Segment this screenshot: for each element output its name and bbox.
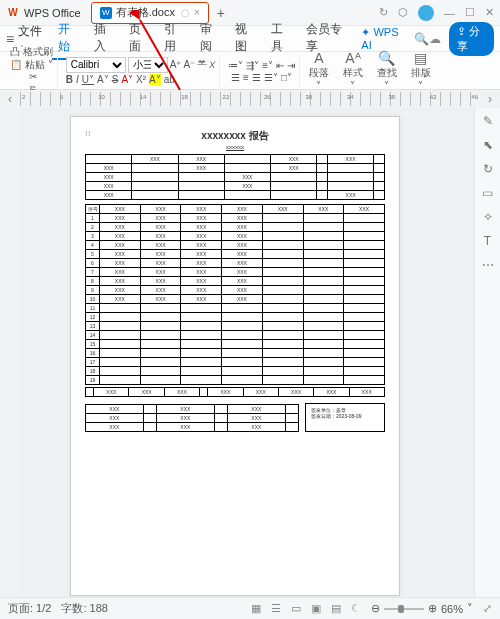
align-left-icon[interactable]: ☰ bbox=[231, 72, 240, 83]
shading-icon[interactable]: □˅ bbox=[281, 72, 292, 83]
paragraph-button[interactable]: A段落˅ bbox=[304, 50, 334, 91]
dots-icon[interactable]: ⋯ bbox=[482, 258, 494, 272]
zoom-value[interactable]: 66% bbox=[441, 603, 463, 615]
indent-icon[interactable]: ⇥ bbox=[287, 60, 295, 71]
view-web-icon[interactable]: ☰ bbox=[271, 602, 281, 615]
ruler-nav-prev[interactable]: ‹ bbox=[0, 92, 20, 106]
find-button[interactable]: 🔍查找˅ bbox=[372, 50, 402, 91]
expand-icon[interactable]: ⤢ bbox=[483, 602, 492, 615]
view-read-icon[interactable]: ▭ bbox=[291, 602, 301, 615]
format-brush-button[interactable]: 凸 格式刷 bbox=[10, 46, 53, 58]
align-icon[interactable]: ≡˅ bbox=[262, 60, 273, 71]
canvas[interactable]: ⁞⁞ xxxxxxxx 报告 xxxxxx XXXXXXXXXXXXXXXXXX… bbox=[20, 108, 474, 597]
search-icon[interactable]: 🔍 bbox=[414, 32, 429, 46]
pencil-icon[interactable]: ✎ bbox=[483, 114, 493, 128]
bold-icon[interactable]: B bbox=[66, 74, 73, 85]
sync-icon[interactable]: ↻ bbox=[379, 6, 388, 19]
move-handle-icon[interactable]: ⁞⁞ bbox=[85, 129, 91, 138]
hamburger-icon[interactable]: ≡ bbox=[6, 31, 14, 47]
header-table[interactable]: XXXXXXXXXXXXXXXXXXXXXXXXXXXXXXXXXXXXXXX bbox=[85, 154, 385, 200]
view-outline-icon[interactable]: ▤ bbox=[331, 602, 341, 615]
page-icon[interactable]: ▭ bbox=[482, 186, 493, 200]
right-sidebar: ✎ ⬉ ↻ ▭ ✧ T ⋯ bbox=[474, 108, 500, 597]
doc-type-icon: W bbox=[100, 7, 112, 19]
horizontal-ruler: ‹ 2610141822263034384246 › bbox=[0, 90, 500, 108]
wps-ai-button[interactable]: ✦ WPS AI bbox=[361, 26, 407, 51]
workspace: ⁞⁞ xxxxxxxx 报告 xxxxxx XXXXXXXXXXXXXXXXXX… bbox=[0, 108, 500, 597]
window-minimize[interactable]: — bbox=[444, 7, 455, 19]
line-spacing-icon[interactable]: ☰˅ bbox=[264, 72, 278, 83]
superscript-icon[interactable]: X² bbox=[136, 74, 146, 85]
ribbon-toolbar: 凸 格式刷 📋 粘贴 ˅ ✂ ⎘ Calibri 小三 A⁺ A⁻ ⺷ 𝘟 B … bbox=[0, 52, 500, 90]
phonetic-icon[interactable]: 𝘟 bbox=[209, 59, 215, 71]
ruler-scale[interactable]: 2610141822263034384246 bbox=[20, 92, 480, 106]
highlight-icon[interactable]: A˅ bbox=[149, 74, 161, 85]
layout-button[interactable]: ▤排版˅ bbox=[406, 50, 436, 91]
status-page[interactable]: 页面: 1/2 bbox=[8, 601, 51, 616]
zoom-control[interactable]: ⊖ ⊕ 66%˅ bbox=[371, 602, 473, 615]
zoom-in-icon[interactable]: ⊕ bbox=[428, 602, 437, 615]
window-controls: ↻ ⬡ — ☐ ✕ bbox=[379, 5, 494, 21]
main-table[interactable]: 序号XXXXXXXXXXXXXXXXXXXXX1XXXXXXXXXXXX2XXX… bbox=[85, 204, 385, 385]
doc-title: xxxxxxxx 报告 bbox=[85, 129, 385, 143]
signature-table[interactable]: XXXXXXXXXXXXXXXXXXXXXXXXXXX bbox=[85, 404, 299, 432]
status-words[interactable]: 字数: 188 bbox=[61, 601, 107, 616]
cut-icon[interactable]: ✂ bbox=[29, 71, 37, 83]
menu-bar: ≡ 文件˅ 开始 插入 页面 引用 审阅 视图 工具 会员专享 ✦ WPS AI… bbox=[0, 26, 500, 52]
font-name-select[interactable]: Calibri bbox=[66, 57, 126, 73]
view-page-icon[interactable]: ▣ bbox=[311, 602, 321, 615]
status-bar: 页面: 1/2 字数: 188 ▦ ☰ ▭ ▣ ▤ ☾ ⊖ ⊕ 66%˅ ⤢ bbox=[0, 597, 500, 619]
paste-button[interactable]: 📋 粘贴 ˅ bbox=[10, 59, 53, 71]
zoom-out-icon[interactable]: ⊖ bbox=[371, 602, 380, 615]
clear-format-icon[interactable]: ⺷ bbox=[197, 59, 207, 71]
numbering-icon[interactable]: ⇶˅ bbox=[246, 60, 259, 71]
view-grid-icon[interactable]: ▦ bbox=[251, 602, 261, 615]
tab-close-icon[interactable]: × bbox=[194, 7, 200, 18]
night-mode-icon[interactable]: ☾ bbox=[351, 602, 361, 615]
loop-icon[interactable]: ↻ bbox=[483, 162, 493, 176]
strike2-icon[interactable]: S bbox=[112, 74, 119, 85]
styles-button[interactable]: Aᴬ样式˅ bbox=[338, 50, 368, 91]
doc-subtitle: xxxxxx bbox=[85, 144, 385, 150]
vertical-ruler[interactable] bbox=[0, 108, 20, 597]
window-maximize[interactable]: ☐ bbox=[465, 6, 475, 19]
align-right-icon[interactable]: ☰ bbox=[252, 72, 261, 83]
share-button[interactable]: ⇪ 分享 bbox=[449, 22, 494, 56]
tee-icon[interactable]: T bbox=[484, 234, 491, 248]
align-center-icon[interactable]: ≡ bbox=[243, 72, 249, 83]
strike-icon[interactable]: A˅ bbox=[97, 74, 109, 85]
ruler-nav-next[interactable]: › bbox=[480, 92, 500, 106]
footer-table[interactable]: XXXXXXXXXXXXXXXXXXXXXXXX bbox=[85, 387, 385, 397]
cloud-icon[interactable]: ☁ bbox=[429, 32, 441, 46]
shrink-font-icon[interactable]: A⁻ bbox=[183, 59, 195, 71]
underline-icon[interactable]: U˅ bbox=[82, 74, 94, 85]
star-icon[interactable]: ✧ bbox=[483, 210, 493, 224]
pointer-icon[interactable]: ⬉ bbox=[483, 138, 493, 152]
user-avatar[interactable] bbox=[418, 5, 434, 21]
window-close[interactable]: ✕ bbox=[485, 6, 494, 19]
signature-block: 签发单位：盖章 签发日期：2023-08-09 bbox=[305, 403, 385, 432]
tab-comment-icon[interactable]: ◌ bbox=[181, 7, 190, 18]
document-name: 有表格.docx bbox=[116, 5, 175, 20]
bullets-icon[interactable]: ≔˅ bbox=[228, 60, 243, 71]
font-color-icon[interactable]: A˅ bbox=[121, 74, 133, 85]
grow-font-icon[interactable]: A⁺ bbox=[170, 59, 182, 71]
cube-icon[interactable]: ⬡ bbox=[398, 6, 408, 19]
app-logo-icon: W bbox=[6, 6, 20, 20]
italic-icon[interactable]: I bbox=[76, 74, 79, 85]
outdent-icon[interactable]: ⇤ bbox=[276, 60, 284, 71]
font-size-select[interactable]: 小三 bbox=[128, 57, 168, 73]
document-tab[interactable]: W 有表格.docx ◌ × bbox=[91, 2, 209, 24]
document-page[interactable]: ⁞⁞ xxxxxxxx 报告 xxxxxx XXXXXXXXXXXXXXXXXX… bbox=[70, 116, 400, 596]
char-border-icon[interactable]: ab bbox=[164, 74, 175, 85]
